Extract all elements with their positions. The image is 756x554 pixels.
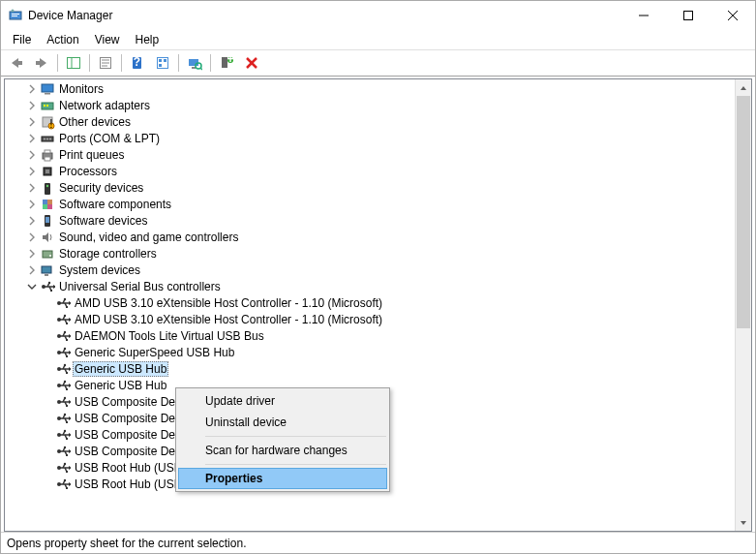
svg-line-23 — [200, 68, 202, 70]
help-button[interactable]: ? — [126, 52, 149, 74]
svg-point-3 — [12, 10, 15, 13]
swcomp-icon — [40, 197, 55, 212]
scroll-thumb[interactable] — [737, 96, 750, 328]
device-label: AMD USB 3.10 eXtensible Host Controller … — [75, 313, 382, 326]
tree-category[interactable]: !Other devices — [5, 113, 735, 130]
scroll-up-arrow[interactable] — [736, 79, 751, 96]
svg-point-127 — [64, 462, 66, 464]
toolbar-separator — [178, 54, 179, 72]
expand-toggle[interactable] — [26, 231, 38, 243]
device-label: AMD USB 3.10 eXtensible Host Controller … — [75, 296, 382, 310]
expand-toggle[interactable] — [26, 83, 38, 95]
tree-category[interactable]: Ports (COM & LPT) — [5, 130, 735, 146]
properties-button[interactable] — [94, 52, 117, 74]
tree-category[interactable]: Storage controllers — [5, 245, 735, 262]
svg-rect-105 — [66, 405, 68, 407]
tree-category[interactable]: Print queues — [5, 146, 735, 163]
status-bar: Opens property sheet for the current sel… — [1, 532, 755, 553]
usb-device-icon — [55, 312, 71, 327]
svg-rect-117 — [66, 438, 68, 440]
expand-toggle[interactable] — [26, 182, 38, 194]
device-label: Generic USB Hub — [73, 361, 168, 377]
tree-device[interactable]: AMD USB 3.10 eXtensible Host Controller … — [5, 294, 735, 311]
tree-category[interactable]: Universal Serial Bus controllers — [5, 278, 735, 294]
tree-category[interactable]: Processors — [5, 163, 735, 179]
close-button[interactable] — [711, 2, 755, 29]
tree-category[interactable]: Sound, video and game controllers — [5, 229, 735, 245]
svg-point-47 — [46, 184, 48, 186]
status-text: Opens property sheet for the current sel… — [7, 537, 246, 550]
title-bar: Device Manager — [1, 1, 755, 30]
toolbar-separator — [89, 54, 90, 72]
svg-rect-20 — [189, 59, 198, 66]
svg-rect-111 — [66, 421, 68, 423]
network-icon — [40, 98, 55, 113]
add-legacy-button[interactable]: + — [215, 52, 238, 74]
ctx-properties[interactable]: Properties — [178, 468, 387, 489]
menu-action[interactable]: Action — [39, 31, 86, 48]
maximize-button[interactable] — [666, 2, 711, 29]
forward-button[interactable] — [30, 52, 53, 74]
svg-rect-53 — [45, 217, 49, 223]
svg-rect-129 — [66, 471, 68, 473]
usb-device-icon — [55, 361, 71, 377]
back-button[interactable] — [5, 52, 28, 74]
svg-rect-8 — [68, 58, 80, 69]
tree-category[interactable]: System devices — [5, 262, 735, 278]
svg-rect-93 — [66, 372, 68, 374]
svg-rect-57 — [45, 274, 48, 276]
expand-toggle[interactable] — [26, 215, 38, 227]
svg-rect-87 — [66, 355, 68, 357]
ctx-scan-hardware[interactable]: Scan for hardware changes — [178, 440, 387, 461]
svg-point-121 — [64, 446, 66, 447]
ctx-update-driver[interactable]: Update driver — [178, 390, 387, 412]
category-label: System devices — [59, 263, 140, 277]
tree-device[interactable]: DAEMON Tools Lite Virtual USB Bus — [5, 327, 735, 344]
device-label: DAEMON Tools Lite Virtual USB Bus — [75, 329, 264, 343]
category-label: Print queues — [59, 148, 124, 162]
svg-point-38 — [44, 138, 45, 139]
expand-toggle[interactable] — [26, 149, 38, 161]
tree-category[interactable]: Monitors — [5, 80, 735, 97]
tree-category[interactable]: Software components — [5, 196, 735, 212]
tree-device[interactable]: Generic USB Hub — [5, 360, 735, 377]
menu-view[interactable]: View — [87, 31, 128, 48]
tree-device[interactable]: AMD USB 3.10 eXtensible Host Controller … — [5, 311, 735, 327]
category-label: Ports (COM & LPT) — [59, 132, 160, 145]
expand-toggle[interactable] — [26, 281, 38, 292]
svg-rect-18 — [164, 59, 166, 62]
action-button[interactable] — [151, 52, 174, 74]
tree-category[interactable]: Network adapters — [5, 97, 735, 113]
category-label: Security devices — [59, 181, 143, 195]
menu-file[interactable]: File — [5, 31, 39, 48]
svg-text:+: + — [227, 55, 233, 66]
expand-toggle[interactable] — [26, 133, 38, 144]
expand-toggle[interactable] — [26, 199, 38, 210]
svg-rect-54 — [43, 251, 52, 258]
usb-device-icon — [55, 427, 71, 443]
svg-rect-32 — [44, 105, 45, 107]
tree-category[interactable]: Security devices — [5, 179, 735, 196]
scroll-down-arrow[interactable] — [736, 514, 751, 531]
expand-toggle[interactable] — [26, 248, 38, 260]
expand-toggle[interactable] — [26, 166, 38, 177]
minimize-button[interactable] — [621, 2, 666, 29]
expand-toggle[interactable] — [26, 116, 38, 128]
svg-rect-33 — [46, 105, 48, 107]
tree-category[interactable]: Software devices — [5, 212, 735, 229]
svg-point-40 — [49, 138, 51, 139]
svg-point-73 — [64, 314, 66, 316]
vertical-scrollbar[interactable] — [735, 79, 751, 531]
cpu-icon — [40, 164, 55, 179]
menu-help[interactable]: Help — [128, 31, 167, 48]
expand-toggle[interactable] — [26, 264, 38, 276]
expand-toggle[interactable] — [26, 100, 38, 111]
swdev-icon — [40, 213, 55, 229]
tree-device[interactable]: Generic SuperSpeed USB Hub — [5, 344, 735, 360]
scan-hardware-button[interactable] — [183, 52, 206, 74]
ctx-uninstall-device[interactable]: Uninstall device — [178, 412, 387, 433]
uninstall-button[interactable] — [240, 52, 263, 74]
usb-device-icon — [55, 444, 71, 459]
category-label: Software devices — [59, 214, 147, 228]
show-hide-tree-button[interactable] — [62, 52, 85, 74]
